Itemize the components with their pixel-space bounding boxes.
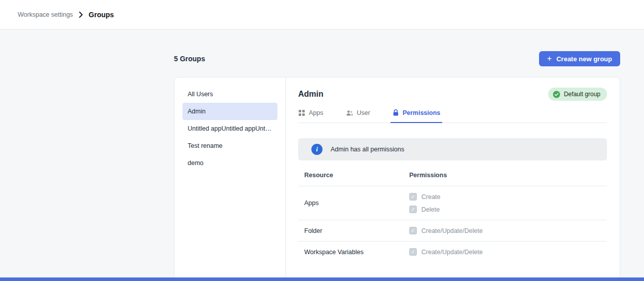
default-group-badge-label: Default group <box>564 91 600 98</box>
permission-item-wv-cud: ✓ Create/Update/Delete <box>409 248 607 256</box>
plus-icon: + <box>547 55 552 63</box>
group-item-untitled-app[interactable]: Untitled appUntitled appUntitle… <box>183 120 277 137</box>
tab-apps[interactable]: Apps <box>298 109 324 123</box>
permissions-table-header: Resource Permissions <box>298 165 607 186</box>
breadcrumb: Workspace settings Groups <box>18 11 114 19</box>
table-row-apps: Apps ✓ Create ✓ Delete <box>298 186 607 220</box>
group-item-label: Test rename <box>188 142 223 149</box>
group-item-label: Admin <box>188 108 205 115</box>
badge-check-icon <box>553 91 560 98</box>
permissions-cell: ✓ Create/Update/Delete <box>409 220 607 241</box>
tab-permissions-label: Permissions <box>403 109 440 116</box>
bottom-accent-bar <box>0 277 644 281</box>
checkbox-check-icon: ✓ <box>411 228 415 233</box>
permission-label: Delete <box>421 206 440 213</box>
checkbox-check-icon: ✓ <box>411 207 415 212</box>
group-detail-header: Admin Default group <box>298 88 607 101</box>
permissions-info-text: Admin has all permissions <box>331 146 404 153</box>
create-checkbox[interactable]: ✓ <box>409 193 417 200</box>
user-icon <box>346 109 353 116</box>
permissions-cell: ✓ Create ✓ Delete <box>409 186 607 220</box>
group-item-test-rename[interactable]: Test rename <box>183 137 277 154</box>
permission-item-delete: ✓ Delete <box>409 206 607 213</box>
groups-card: All Users Admin Untitled appUntitled app… <box>174 77 620 281</box>
tab-user[interactable]: User <box>346 109 370 123</box>
folder-cud-checkbox[interactable]: ✓ <box>409 227 417 234</box>
create-new-group-button[interactable]: + Create new group <box>539 51 620 66</box>
group-item-demo[interactable]: demo <box>183 154 277 172</box>
tab-user-label: User <box>357 109 370 116</box>
breadcrumb-workspace-settings[interactable]: Workspace settings <box>18 11 73 18</box>
permissions-table: Resource Permissions Apps ✓ Create ✓ <box>298 165 607 262</box>
tab-apps-label: Apps <box>309 109 324 116</box>
group-title: Admin <box>298 90 324 99</box>
permissions-info-banner: i Admin has all permissions <box>298 138 607 160</box>
group-item-label: Untitled appUntitled appUntitle… <box>188 125 272 132</box>
group-detail-pane: Admin Default group Apps <box>286 77 620 281</box>
resource-label: Folder <box>298 227 409 234</box>
permission-label: Create <box>421 193 441 200</box>
permission-item-create: ✓ Create <box>409 193 607 200</box>
delete-checkbox[interactable]: ✓ <box>409 206 417 213</box>
permission-item-folder-cud: ✓ Create/Update/Delete <box>409 227 607 234</box>
create-new-group-label: Create new group <box>556 55 612 63</box>
chevron-right-icon <box>79 12 83 18</box>
info-icon: i <box>311 144 323 155</box>
apps-grid-icon <box>298 109 305 116</box>
table-row-folder: Folder ✓ Create/Update/Delete <box>298 220 607 242</box>
group-list-sidebar: All Users Admin Untitled appUntitled app… <box>174 77 286 281</box>
group-item-all-users[interactable]: All Users <box>183 86 277 103</box>
table-row-workspace-variables: Workspace Variables ✓ Create/Update/Dele… <box>298 242 607 262</box>
group-item-label: demo <box>188 159 203 167</box>
permissions-cell: ✓ Create/Update/Delete <box>409 242 607 262</box>
top-header: Workspace settings Groups <box>0 0 644 29</box>
column-header-permissions: Permissions <box>409 172 607 179</box>
checkbox-check-icon: ✓ <box>411 194 415 199</box>
permission-label: Create/Update/Delete <box>421 249 483 256</box>
tab-permissions[interactable]: Permissions <box>392 109 440 123</box>
group-detail-tabs: Apps User Permissions <box>298 109 607 123</box>
resource-label: Apps <box>298 199 409 207</box>
column-header-resource: Resource <box>298 172 409 179</box>
permission-label: Create/Update/Delete <box>421 227 483 234</box>
checkbox-check-icon: ✓ <box>411 250 415 255</box>
groups-toolbar: 5 Groups + Create new group <box>174 51 620 66</box>
lock-icon <box>392 109 399 116</box>
breadcrumb-current-groups: Groups <box>89 11 114 19</box>
group-item-label: All Users <box>188 91 213 98</box>
group-item-admin[interactable]: Admin <box>183 103 277 120</box>
default-group-badge: Default group <box>548 88 607 101</box>
workspace-variables-cud-checkbox[interactable]: ✓ <box>409 248 417 256</box>
resource-label: Workspace Variables <box>298 249 409 256</box>
groups-count-label: 5 Groups <box>174 55 205 63</box>
